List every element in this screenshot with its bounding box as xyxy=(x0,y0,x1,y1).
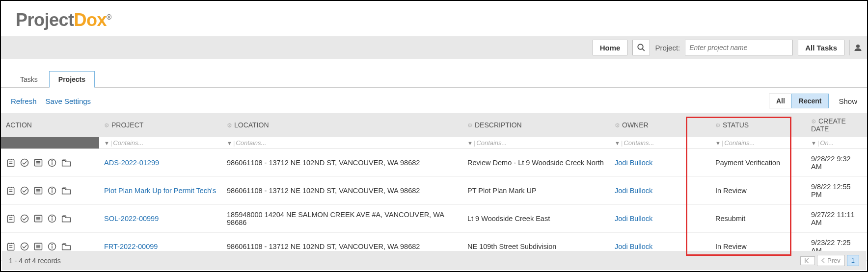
search-button[interactable] xyxy=(632,40,650,55)
create-date-cell: 9/28/22 9:32 AM xyxy=(806,149,867,177)
action-icons xyxy=(6,158,94,168)
gear-icon: ⚙ xyxy=(615,122,620,129)
check-circle-icon[interactable] xyxy=(20,214,29,223)
folder-icon[interactable] xyxy=(61,186,72,196)
pager-page-1[interactable]: 1 xyxy=(847,255,859,266)
project-link[interactable]: SOL-2022-00999 xyxy=(104,215,159,223)
check-circle-icon[interactable] xyxy=(20,242,29,251)
action-icons xyxy=(6,242,94,251)
filter-icon: ▼ xyxy=(715,140,721,146)
grid-filter-row: ▼|Contains... ▼|Contains... ▼|Contains..… xyxy=(1,137,867,149)
col-header-owner[interactable]: ⚙OWNER xyxy=(610,113,710,137)
home-button[interactable]: Home xyxy=(593,40,628,55)
folder-icon[interactable] xyxy=(61,242,72,251)
project-link[interactable]: ADS-2022-01299 xyxy=(104,159,159,167)
filter-project[interactable]: ▼|Contains... xyxy=(99,137,222,149)
owner-link[interactable]: Jodi Bullock xyxy=(615,187,652,195)
all-tasks-button[interactable]: All Tasks xyxy=(798,40,844,55)
tab-projects[interactable]: Projects xyxy=(49,71,95,88)
status-cell: Payment Verification xyxy=(710,149,806,177)
location-cell: 185948000 14204 NE SALMON CREEK AVE #A, … xyxy=(222,205,462,233)
check-circle-icon[interactable] xyxy=(20,186,29,196)
owner-link[interactable]: Jodi Bullock xyxy=(615,243,652,250)
description-cell: PT Plot Plan Mark UP xyxy=(462,177,610,205)
svg-rect-3 xyxy=(7,160,14,166)
user-menu[interactable] xyxy=(849,40,862,55)
status-cell: In Review xyxy=(710,177,806,205)
svg-point-0 xyxy=(638,44,644,49)
table-row: ADS-2022-01299 986061108 - 13712 NE 102N… xyxy=(1,149,867,177)
col-header-description[interactable]: ⚙DESCRIPTION xyxy=(462,113,610,137)
filter-status[interactable]: ▼|Contains... xyxy=(710,137,806,149)
prev-icon xyxy=(821,258,825,263)
logo-part1: Project xyxy=(16,10,74,30)
col-header-location[interactable]: ⚙LOCATION xyxy=(222,113,462,137)
save-settings-link[interactable]: Save Settings xyxy=(46,97,91,105)
location-cell: 986061108 - 13712 NE 102ND ST, VANCOUVER… xyxy=(222,177,462,205)
filter-icon: ▼ xyxy=(811,140,816,146)
info-icon[interactable] xyxy=(47,242,57,251)
col-header-create-date[interactable]: ⚙CREATE DATE xyxy=(806,113,867,137)
info-icon[interactable] xyxy=(47,158,57,168)
col-header-action[interactable]: ACTION xyxy=(1,113,99,137)
status-cell: Resubmit xyxy=(710,205,806,233)
toggle-recent[interactable]: Recent xyxy=(791,94,829,108)
filter-placeholder: Contains... xyxy=(113,139,143,147)
filter-owner[interactable]: ▼|Contains... xyxy=(610,137,710,149)
check-circle-icon[interactable] xyxy=(20,158,29,168)
col-header-status[interactable]: ⚙STATUS xyxy=(710,113,806,137)
filter-icon: ▼ xyxy=(615,140,620,146)
action-icons xyxy=(6,186,94,196)
project-search-input[interactable] xyxy=(685,40,793,55)
filter-placeholder: Contains... xyxy=(724,139,755,147)
project-link[interactable]: Plot Plan Mark Up for Permit Tech's xyxy=(104,187,216,195)
info-icon[interactable] xyxy=(47,214,57,223)
svg-point-24 xyxy=(52,189,52,189)
folder-icon[interactable] xyxy=(61,158,72,168)
filter-action xyxy=(1,137,99,149)
logo: ProjectDox® xyxy=(16,10,111,30)
pager: Prev 1 xyxy=(800,255,859,266)
pager-prev-label: Prev xyxy=(827,257,841,264)
filter-create-date[interactable]: ▼|On... xyxy=(806,137,867,149)
logo-part2: Dox xyxy=(74,10,107,30)
description-cell: Lt 9 Woodside Creek East xyxy=(462,205,610,233)
svg-point-13 xyxy=(52,161,52,161)
list-icon[interactable] xyxy=(33,214,43,223)
col-header-project[interactable]: ⚙PROJECT xyxy=(99,113,222,137)
tab-strip: Tasks Projects xyxy=(1,64,867,88)
notes-icon[interactable] xyxy=(6,242,16,251)
filter-icon: ▼ xyxy=(227,140,232,146)
pager-first[interactable] xyxy=(800,256,815,265)
info-icon[interactable] xyxy=(47,186,57,196)
svg-rect-25 xyxy=(7,216,14,222)
list-icon[interactable] xyxy=(33,242,43,251)
project-link[interactable]: FRT-2022-00099 xyxy=(104,243,158,250)
notes-icon[interactable] xyxy=(6,214,16,223)
svg-point-35 xyxy=(52,217,52,217)
svg-rect-36 xyxy=(7,244,14,250)
list-icon[interactable] xyxy=(33,158,43,168)
logo-registered: ® xyxy=(107,13,111,21)
filter-location[interactable]: ▼|Contains... xyxy=(222,137,462,149)
gear-icon: ⚙ xyxy=(104,122,109,129)
filter-placeholder: Contains... xyxy=(476,139,507,147)
owner-link[interactable]: Jodi Bullock xyxy=(615,159,652,167)
tab-tasks[interactable]: Tasks xyxy=(11,71,47,88)
project-label: Project: xyxy=(655,44,680,52)
notes-icon[interactable] xyxy=(6,186,16,196)
create-date-cell: 9/27/22 11:11 AM xyxy=(806,205,867,233)
grid-header-row: ACTION ⚙PROJECT ⚙LOCATION ⚙DESCRIPTION ⚙… xyxy=(1,113,867,137)
pager-prev[interactable]: Prev xyxy=(817,255,844,266)
toggle-all[interactable]: All xyxy=(769,94,792,108)
owner-link[interactable]: Jodi Bullock xyxy=(615,215,652,223)
notes-icon[interactable] xyxy=(6,158,16,168)
refresh-link[interactable]: Refresh xyxy=(11,97,37,105)
gear-icon: ⚙ xyxy=(811,118,816,125)
list-icon[interactable] xyxy=(33,186,43,196)
col-header-owner-label: OWNER xyxy=(622,121,649,129)
action-icons xyxy=(6,214,94,223)
svg-point-17 xyxy=(21,187,28,195)
folder-icon[interactable] xyxy=(61,214,72,223)
filter-description[interactable]: ▼|Contains... xyxy=(462,137,610,149)
